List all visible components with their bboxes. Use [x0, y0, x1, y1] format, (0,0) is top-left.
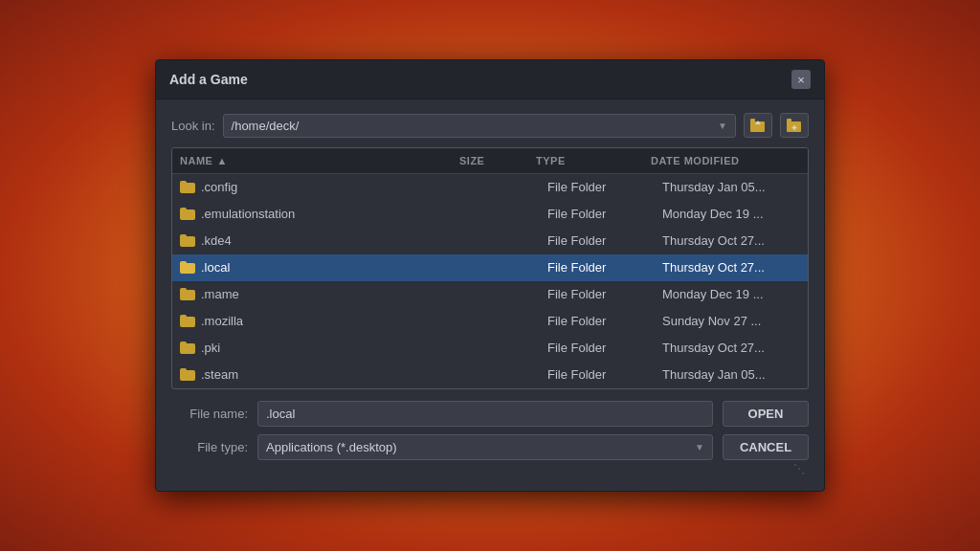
path-value: /home/deck/	[232, 119, 300, 133]
chevron-down-icon: ▼	[718, 121, 727, 131]
table-row[interactable]: .emulationstationFile FolderMonday Dec 1…	[172, 201, 808, 228]
filetype-row: File type: Applications (*.desktop) ▼ CA…	[171, 434, 809, 460]
folder-icon	[180, 342, 195, 354]
folder-icon	[180, 261, 195, 274]
folder-up-button[interactable]	[744, 113, 772, 138]
filename-input[interactable]	[257, 401, 713, 427]
filetype-select[interactable]: Applications (*.desktop) ▼	[257, 434, 713, 460]
folder-icon	[180, 181, 195, 193]
file-name: .config	[201, 180, 237, 194]
cancel-button[interactable]: CANCEL	[723, 434, 809, 460]
dialog-title: Add a Game	[169, 72, 248, 87]
file-name: .mozilla	[201, 314, 243, 328]
table-row[interactable]: .pkiFile FolderThursday Oct 27...	[172, 335, 808, 362]
file-date: Thursday Jan 05...	[655, 177, 808, 197]
look-in-row: Look in: /home/deck/ ▼	[171, 113, 809, 138]
file-name: .emulationstation	[201, 207, 295, 221]
file-date: Thursday Oct 27...	[655, 231, 808, 251]
file-size	[463, 204, 540, 224]
file-date: Sunday Nov 27 ...	[655, 311, 808, 331]
filetype-label: File type:	[171, 440, 248, 454]
chevron-down-icon: ▼	[695, 442, 704, 452]
path-combo[interactable]: /home/deck/ ▼	[223, 114, 736, 138]
file-type: File Folder	[540, 231, 655, 251]
table-row[interactable]: .steamFile FolderThursday Jan 05...	[172, 362, 808, 388]
file-date: Thursday Oct 27...	[655, 257, 808, 277]
open-button[interactable]: OPEN	[723, 401, 809, 427]
file-size	[463, 338, 540, 358]
file-size	[463, 177, 540, 197]
table-row[interactable]: .mozillaFile FolderSunday Nov 27 ...	[172, 308, 808, 335]
col-header-date[interactable]: DATE MODIFIED	[643, 152, 796, 169]
table-row[interactable]: .localFile FolderThursday Oct 27...	[172, 254, 808, 281]
file-type: File Folder	[540, 364, 655, 385]
file-type: File Folder	[540, 338, 655, 358]
filename-row: File name: OPEN	[171, 401, 809, 427]
dialog-body: Look in: /home/deck/ ▼	[156, 99, 824, 491]
svg-rect-2	[750, 119, 755, 122]
file-date: Monday Dec 19 ...	[655, 204, 808, 224]
file-list-body: .configFile FolderThursday Jan 05....emu…	[172, 174, 808, 388]
file-size	[463, 257, 540, 277]
file-name: .mame	[201, 287, 239, 301]
col-header-name[interactable]: NAME ▲	[172, 152, 452, 169]
file-date: Thursday Oct 27...	[655, 338, 808, 358]
close-button[interactable]: ×	[791, 70, 811, 89]
file-name: .pki	[201, 341, 220, 355]
filetype-value: Applications (*.desktop)	[266, 440, 397, 454]
file-type: File Folder	[540, 311, 655, 331]
dialog-titlebar: Add a Game ×	[156, 60, 824, 99]
resize-grip[interactable]: ⋱	[171, 460, 809, 477]
file-size	[463, 231, 540, 251]
file-name: .steam	[201, 367, 238, 382]
folder-icon	[180, 288, 195, 300]
col-header-size[interactable]: SIZE	[452, 152, 528, 169]
file-date: Thursday Jan 05...	[655, 364, 808, 385]
file-type: File Folder	[540, 204, 655, 224]
new-folder-button[interactable]	[780, 113, 809, 138]
folder-icon	[180, 234, 195, 247]
table-row[interactable]: .kde4File FolderThursday Oct 27...	[172, 228, 808, 254]
file-type: File Folder	[540, 177, 655, 197]
svg-rect-5	[787, 119, 791, 122]
file-type: File Folder	[540, 257, 655, 277]
folder-icon	[180, 208, 195, 220]
file-size	[463, 284, 540, 304]
table-row[interactable]: .configFile FolderThursday Jan 05...	[172, 174, 808, 201]
file-list-container: NAME ▲ SIZE TYPE DATE MODIFIED .configFi…	[171, 147, 809, 389]
col-header-type[interactable]: TYPE	[528, 152, 643, 169]
filename-label: File name:	[171, 407, 248, 421]
folder-icon	[180, 315, 195, 327]
file-size	[463, 364, 540, 385]
add-game-dialog: Add a Game × Look in: /home/deck/ ▼	[155, 59, 825, 492]
folder-icon	[180, 368, 195, 381]
file-date: Monday Dec 19 ...	[655, 284, 808, 304]
bottom-section: File name: OPEN File type: Applications …	[171, 401, 809, 460]
file-list-header: NAME ▲ SIZE TYPE DATE MODIFIED	[172, 148, 808, 174]
table-row[interactable]: .mameFile FolderMonday Dec 19 ...	[172, 281, 808, 308]
file-name: .local	[201, 260, 230, 275]
file-name: .kde4	[201, 233, 232, 248]
file-type: File Folder	[540, 284, 655, 304]
look-in-label: Look in:	[171, 119, 215, 133]
file-size	[463, 311, 540, 331]
